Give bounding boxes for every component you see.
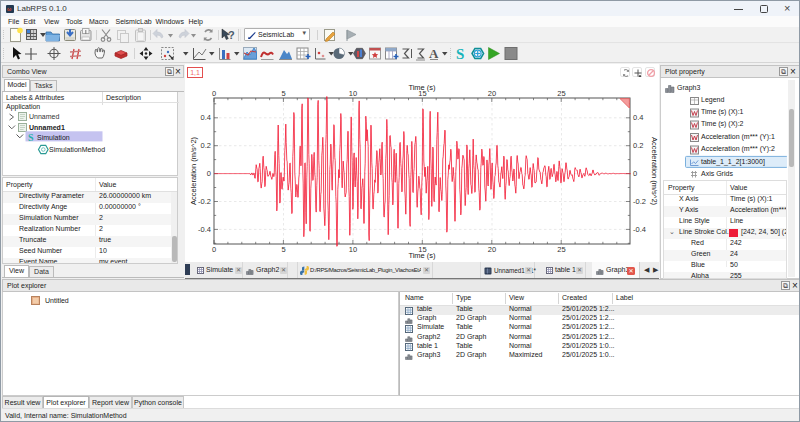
svg-text:A: A	[429, 46, 439, 61]
svg-text:0: 0	[633, 169, 637, 178]
svg-text:0.2: 0.2	[201, 141, 211, 150]
svg-text:-0.2: -0.2	[198, 197, 211, 206]
svg-text:10: 10	[349, 89, 357, 98]
svg-text:0: 0	[212, 89, 216, 98]
svg-text:0: 0	[212, 245, 216, 254]
svg-text:S: S	[28, 132, 34, 143]
svg-text:?: ?	[228, 29, 235, 41]
svg-text:15: 15	[418, 245, 426, 254]
svg-text:-0.2: -0.2	[633, 197, 646, 206]
svg-text:20: 20	[488, 245, 496, 254]
svg-text:-0.4: -0.4	[198, 225, 211, 234]
svg-text:0.4: 0.4	[633, 113, 643, 122]
svg-text:5: 5	[281, 89, 285, 98]
svg-text:25: 25	[557, 245, 565, 254]
svg-text:0.4: 0.4	[201, 113, 211, 122]
svg-text:Acceleration (m/s^2): Acceleration (m/s^2)	[189, 136, 198, 205]
svg-text:25: 25	[557, 89, 565, 98]
svg-text:5: 5	[281, 245, 285, 254]
svg-text:10: 10	[349, 245, 357, 254]
svg-text:20: 20	[488, 89, 496, 98]
svg-text:S: S	[456, 46, 464, 62]
svg-text:Acceleration (m/s^2): Acceleration (m/s^2)	[650, 137, 659, 206]
svg-text:-0.4: -0.4	[633, 225, 646, 234]
svg-text:15: 15	[418, 89, 426, 98]
svg-text:0: 0	[207, 169, 211, 178]
svg-text:0.2: 0.2	[633, 141, 643, 150]
